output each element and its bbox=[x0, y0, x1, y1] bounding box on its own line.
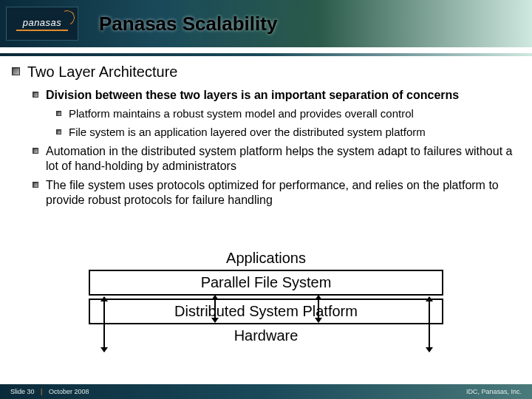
footer-date: October 2008 bbox=[49, 388, 89, 395]
list-item: File system is an application layered ov… bbox=[56, 126, 517, 140]
bullet-icon bbox=[12, 67, 20, 75]
footer-left: Slide 30 | October 2008 bbox=[10, 388, 89, 395]
bullet-icon bbox=[56, 111, 61, 116]
bullet-icon bbox=[33, 148, 38, 154]
sub2-text: Automation in the distributed system pla… bbox=[46, 144, 517, 174]
double-arrow-icon bbox=[214, 296, 216, 322]
bullet-icon bbox=[56, 129, 61, 134]
bullet-icon bbox=[33, 92, 38, 98]
logo-text: panasas bbox=[23, 17, 62, 28]
sub1a-text: Platform maintains a robust system model… bbox=[69, 107, 414, 121]
diagram-box-pfs: Parallel File System bbox=[89, 270, 443, 296]
diagram-hardware-label: Hardware bbox=[89, 327, 443, 344]
footer-bar: Slide 30 | October 2008 IDC, Panasas, In… bbox=[0, 384, 532, 399]
panasas-logo: panasas bbox=[6, 7, 78, 41]
list-item: Platform maintains a robust system model… bbox=[56, 107, 517, 121]
logo-underline bbox=[16, 30, 68, 31]
double-arrow-icon bbox=[103, 297, 105, 352]
list-item: Two Layer Architecture bbox=[12, 64, 517, 81]
list-item: Automation in the distributed system pla… bbox=[33, 144, 517, 174]
layer-diagram: Applications Parallel File System Distri… bbox=[89, 248, 443, 346]
footer-slide-number: Slide 30 bbox=[10, 388, 35, 395]
diagram-box-dsp: Distributed System Platform bbox=[89, 299, 443, 324]
bullet-icon bbox=[33, 182, 38, 188]
list-item: The file system uses protocols optimized… bbox=[33, 178, 517, 208]
header-band: panasas Panasas Scalability bbox=[0, 0, 532, 47]
list-item: Division between these two layers is an … bbox=[33, 88, 517, 103]
sub1-text: Division between these two layers is an … bbox=[46, 88, 459, 103]
header-divider bbox=[0, 53, 532, 56]
content-area: Two Layer Architecture Division between … bbox=[12, 64, 517, 212]
heading-text: Two Layer Architecture bbox=[27, 64, 177, 81]
diagram-applications-label: Applications bbox=[89, 250, 443, 267]
footer-separator: | bbox=[41, 388, 42, 395]
double-arrow-icon bbox=[318, 296, 319, 322]
footer-right: IDC, Panasas, Inc. bbox=[466, 388, 522, 395]
sub3-text: The file system uses protocols optimized… bbox=[46, 178, 517, 208]
sub1b-text: File system is an application layered ov… bbox=[69, 126, 426, 140]
double-arrow-icon bbox=[429, 297, 430, 352]
slide-title: Panasas Scalability bbox=[96, 11, 280, 37]
